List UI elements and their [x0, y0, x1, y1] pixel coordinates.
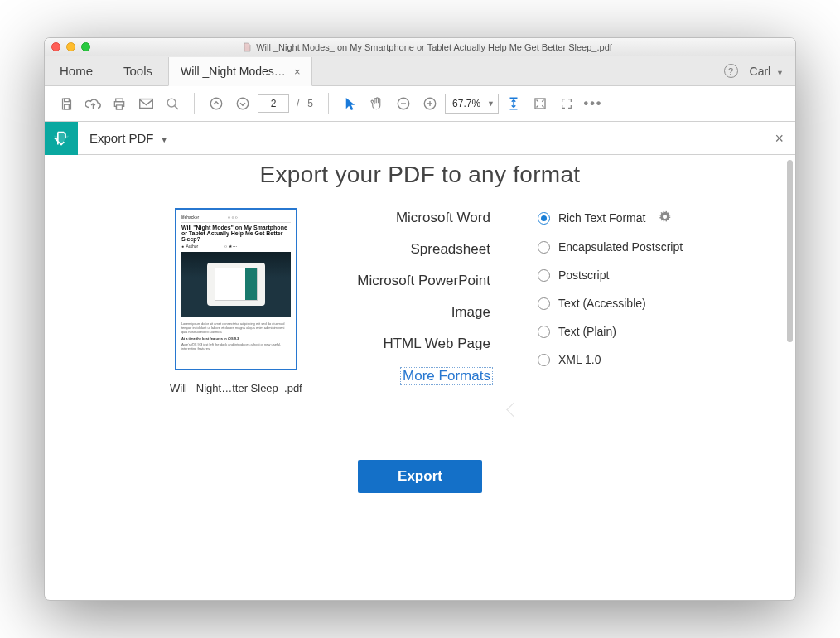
toolbar: / 5 67.7% ▼ ••• [45, 86, 795, 122]
export-mode-dropdown[interactable]: Export PDF ▼ [89, 131, 168, 145]
thumbnail-column: lifehacker ○ ○ ○ Will "Night Modes" on M… [157, 208, 315, 394]
page-up-icon[interactable] [205, 92, 228, 115]
zoom-window-button[interactable] [81, 42, 90, 51]
title-bar: Will _Night Modes_ on My Smartphone or T… [45, 38, 795, 56]
chevron-down-icon: ▼ [776, 69, 784, 77]
option-label: Encapsulated Postscript [558, 240, 683, 254]
svg-rect-0 [64, 99, 69, 102]
fit-page-icon[interactable] [529, 92, 552, 115]
radio-icon [538, 269, 550, 282]
radio-icon [538, 297, 550, 310]
svg-rect-1 [64, 104, 69, 109]
search-icon[interactable] [161, 92, 184, 115]
pdf-file-icon [242, 42, 252, 52]
select-tool-icon[interactable] [339, 92, 362, 115]
hand-tool-icon[interactable] [365, 92, 389, 115]
zoom-in-icon[interactable] [418, 92, 442, 115]
app-window: Will _Night Modes_ on My Smartphone or T… [44, 37, 796, 601]
radio-icon [538, 212, 550, 225]
minimize-window-button[interactable] [66, 42, 75, 51]
window-controls [51, 42, 90, 51]
close-window-button[interactable] [51, 42, 60, 51]
cloud-upload-icon[interactable] [81, 92, 104, 115]
tab-document[interactable]: Will _Night Modes… × [168, 57, 312, 86]
option-label: Text (Plain) [558, 325, 616, 338]
option-rtf[interactable]: Rich Text Format [538, 210, 683, 225]
document-thumbnail[interactable]: lifehacker ○ ○ ○ Will "Night Modes" on M… [175, 208, 297, 370]
svg-point-6 [210, 98, 222, 109]
zoom-dropdown[interactable]: 67.7% ▼ [445, 94, 499, 114]
export-button[interactable]: Export [358, 460, 482, 493]
tab-bar: Home Tools Will _Night Modes… × ? Carl ▼ [45, 56, 795, 86]
svg-point-5 [167, 99, 176, 107]
export-mode-label: Export PDF [89, 131, 154, 145]
export-panel: Export your PDF to any format lifehacker… [45, 155, 795, 600]
chevron-down-icon: ▼ [161, 136, 168, 144]
options-column: Rich Text Format Encapsulated Postscript… [514, 208, 683, 366]
svg-rect-4 [139, 99, 152, 109]
page-down-icon[interactable] [231, 92, 254, 115]
option-label: Text (Accessible) [558, 297, 646, 310]
export-bar: Export PDF ▼ × [45, 122, 795, 155]
scrollbar[interactable] [787, 160, 793, 342]
option-eps[interactable]: Encapsulated Postscript [538, 240, 683, 254]
category-spreadsheet[interactable]: Spreadsheet [410, 241, 490, 258]
category-more-formats[interactable]: More Formats [400, 367, 493, 385]
chevron-down-icon: ▼ [487, 99, 495, 108]
svg-point-7 [237, 98, 249, 109]
gear-icon[interactable] [659, 210, 671, 225]
radio-icon [538, 354, 550, 366]
category-word[interactable]: Microsoft Word [396, 210, 490, 226]
option-postscript[interactable]: Postscript [538, 268, 683, 282]
category-html[interactable]: HTML Web Page [383, 336, 490, 352]
option-label: Postscript [558, 268, 609, 282]
print-icon[interactable] [108, 92, 131, 115]
user-name: Carl [750, 65, 771, 78]
help-icon[interactable]: ? [724, 64, 738, 78]
tab-tools[interactable]: Tools [109, 56, 168, 85]
zoom-out-icon[interactable] [392, 92, 415, 115]
column-divider [514, 208, 514, 423]
zoom-value: 67.7% [452, 98, 480, 109]
option-text-plain[interactable]: Text (Plain) [538, 325, 683, 338]
window-title-text: Will _Night Modes_ on My Smartphone or T… [256, 42, 612, 52]
panel-heading: Export your PDF to any format [260, 162, 581, 188]
page-separator: / [297, 98, 299, 109]
category-column: Microsoft Word Spreadsheet Microsoft Pow… [315, 208, 514, 385]
close-panel-icon[interactable]: × [775, 130, 784, 147]
thumb-headline: Will "Night Modes" on My Smartphone or T… [181, 222, 291, 242]
category-image[interactable]: Image [451, 304, 490, 321]
category-powerpoint[interactable]: Microsoft PowerPoint [357, 273, 490, 289]
svg-rect-3 [116, 104, 122, 109]
radio-icon [538, 241, 550, 254]
fullscreen-icon[interactable] [555, 92, 578, 115]
thumbnail-caption: Will _Night…tter Sleep_.pdf [170, 382, 302, 394]
radio-icon [538, 326, 550, 338]
mail-icon[interactable] [134, 92, 157, 115]
page-total: 5 [307, 98, 313, 109]
option-label: Rich Text Format [558, 211, 646, 225]
window-title: Will _Night Modes_ on My Smartphone or T… [99, 42, 756, 52]
tab-close-icon[interactable]: × [294, 65, 301, 78]
page-number-input[interactable] [258, 94, 289, 113]
more-icon[interactable]: ••• [582, 92, 605, 115]
export-pdf-badge-icon [45, 122, 78, 155]
tab-home[interactable]: Home [45, 56, 109, 85]
option-text-accessible[interactable]: Text (Accessible) [538, 297, 683, 310]
option-xml[interactable]: XML 1.0 [538, 353, 683, 366]
option-label: XML 1.0 [558, 353, 601, 366]
user-menu[interactable]: Carl ▼ [750, 65, 784, 78]
tab-document-label: Will _Night Modes… [181, 65, 286, 78]
fit-width-icon[interactable] [502, 92, 525, 115]
save-icon[interactable] [55, 92, 78, 115]
